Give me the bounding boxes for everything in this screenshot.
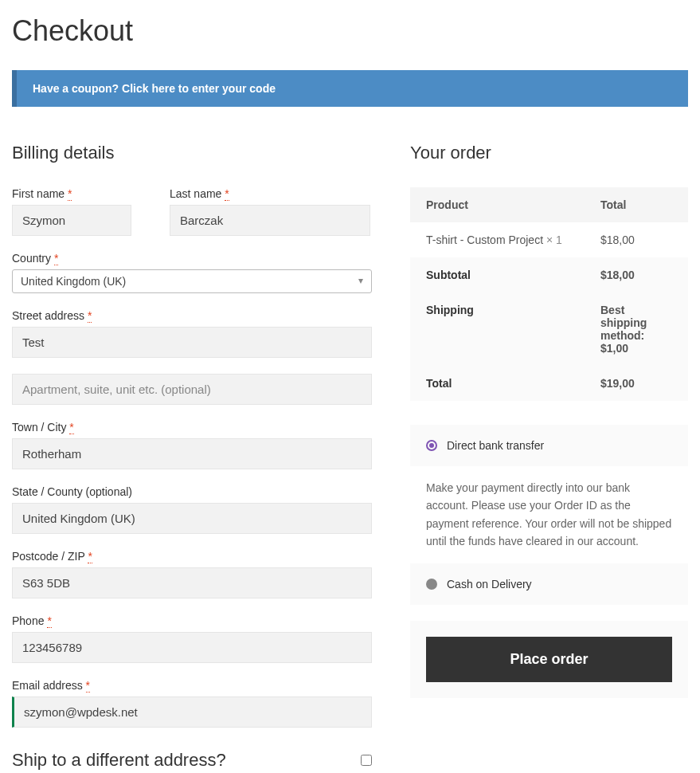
payment-bank-description: Make your payment directly into our bank… (410, 466, 688, 563)
street-input[interactable] (12, 327, 372, 358)
payment-methods: Direct bank transfer Make your payment d… (410, 425, 688, 605)
payment-cod-label: Cash on Delivery (447, 578, 532, 591)
order-heading: Your order (410, 143, 688, 163)
email-label: Email address * (12, 679, 372, 692)
page-title: Checkout (12, 14, 688, 48)
last-name-label: Last name * (170, 187, 370, 200)
email-input[interactable] (12, 696, 372, 728)
coupon-link[interactable]: Click here to enter your code (122, 82, 276, 95)
apartment-input[interactable] (12, 374, 372, 405)
city-input[interactable] (12, 438, 372, 469)
line-item-total: $18,00 (600, 233, 672, 246)
subtotal-value: $18,00 (600, 269, 672, 281)
product-header: Product (426, 198, 600, 211)
payment-option-bank[interactable]: Direct bank transfer (410, 425, 688, 466)
shipping-label: Shipping (426, 304, 600, 355)
phone-label: Phone * (12, 614, 372, 627)
country-select[interactable]: United Kingdom (UK) (12, 269, 372, 293)
last-name-input[interactable] (170, 205, 370, 236)
total-header: Total (600, 198, 672, 211)
radio-selected-icon (426, 440, 437, 451)
postcode-label: Postcode / ZIP * (12, 550, 372, 563)
line-item-name: T-shirt - Custom Project × 1 (426, 233, 600, 246)
coupon-prompt: Have a coupon? (33, 82, 119, 95)
payment-option-cod[interactable]: Cash on Delivery (410, 563, 688, 605)
first-name-input[interactable] (12, 205, 131, 236)
billing-heading: Billing details (12, 143, 372, 163)
phone-input[interactable] (12, 632, 372, 663)
total-label: Total (426, 377, 600, 390)
postcode-input[interactable] (12, 567, 372, 598)
payment-bank-label: Direct bank transfer (447, 439, 544, 452)
state-label: State / County (optional) (12, 485, 372, 498)
place-order-button[interactable]: Place order (426, 637, 672, 682)
first-name-label: First name * (12, 187, 131, 200)
coupon-notice: Have a coupon? Click here to enter your … (12, 70, 688, 107)
ship-different-checkbox[interactable] (361, 755, 372, 766)
ship-different-heading: Ship to a different address? (12, 750, 226, 771)
subtotal-label: Subtotal (426, 269, 600, 281)
total-value: $19,00 (600, 377, 672, 390)
state-input[interactable] (12, 503, 372, 534)
country-label: Country * (12, 252, 372, 265)
order-summary-table: Product Total T-shirt - Custom Project ×… (410, 187, 688, 401)
radio-unselected-icon (426, 579, 437, 590)
street-label: Street address * (12, 309, 372, 322)
city-label: Town / City * (12, 421, 372, 434)
shipping-value: Best shipping method: $1,00 (600, 304, 672, 355)
